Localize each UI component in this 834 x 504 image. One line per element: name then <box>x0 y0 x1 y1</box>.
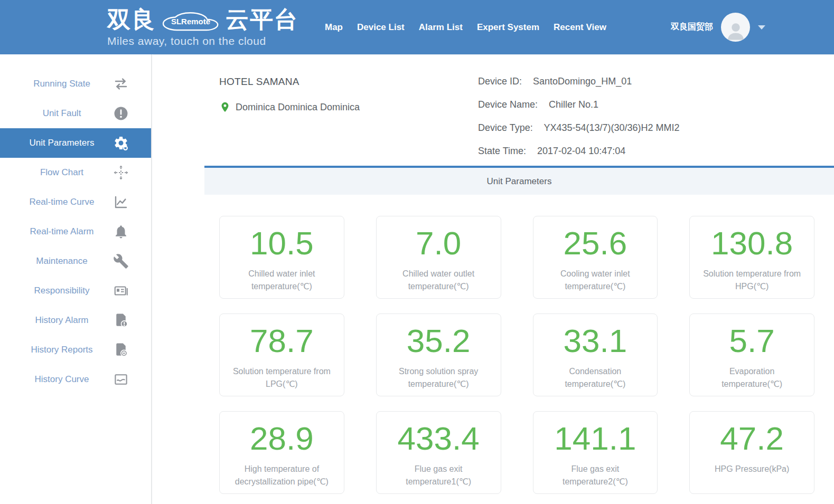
sidebar-item-running-state[interactable]: Running State <box>0 69 151 99</box>
parameter-value: 25.6 <box>533 223 658 264</box>
parameter-label: High temperature of decrystallization pi… <box>230 463 333 488</box>
sidebar-item-flow-chart[interactable]: Flow Chart <box>0 158 151 187</box>
sidebar-item-maintenance[interactable]: Maintenance <box>0 246 151 276</box>
parameter-label: HPG Pressure(kPa) <box>700 463 803 476</box>
sidebar-item-history-alarm[interactable]: History Alarm <box>0 306 151 335</box>
sidebar-item-responsibility[interactable]: Responsibility <box>0 276 151 306</box>
parameter-card-strong-solution-spray-temperature: 35.2 Strong solution spray temperature(℃… <box>376 313 501 396</box>
site-location: Dominica Dominica Dominica <box>236 102 360 113</box>
avatar[interactable] <box>721 13 750 42</box>
gear-icon <box>111 133 131 153</box>
parameter-value: 7.0 <box>377 223 501 264</box>
location-pin-icon <box>219 101 231 113</box>
nav-item-expert-system[interactable]: Expert System <box>477 22 539 33</box>
device-info-value: Chiller No.1 <box>549 99 598 110</box>
logo-text-right: 云平台 <box>226 8 298 31</box>
parameter-card-flue-gas-exit-temperature2: 141.1 Flue gas exit temperature2(℃) <box>533 411 658 494</box>
sidebar-item-label: History Alarm <box>15 315 109 326</box>
parameter-label: Chilled water outlet temperature(℃) <box>387 268 490 293</box>
parameter-value: 35.2 <box>377 320 501 362</box>
user-menu[interactable]: 双良国贸部 <box>671 13 765 42</box>
parameter-value: 33.1 <box>533 320 658 362</box>
device-info-row-state-time: State Time: 2017-02-04 10:47:04 <box>478 146 680 157</box>
user-name: 双良国贸部 <box>671 22 713 33</box>
device-info-value: 2017-02-04 10:47:04 <box>537 146 625 156</box>
parameter-card-flue-gas-exit-temperature1: 433.4 Flue gas exit temperature1(℃) <box>376 411 501 494</box>
person-icon <box>725 20 747 42</box>
content: HOTEL SAMANA Dominica Dominica Dominica … <box>153 54 834 504</box>
parameter-card-chilled-water-inlet-temperature: 10.5 Chilled water inlet temperature(℃) <box>219 216 344 299</box>
line-chart-icon <box>111 192 131 212</box>
brand: 双良 SLRemote 云平台 Miles away, touch on the… <box>107 7 298 47</box>
brand-tagline: Miles away, touch on the cloud <box>107 35 298 47</box>
parameter-value: 78.7 <box>220 320 344 362</box>
bell-icon <box>111 222 131 242</box>
parameter-card-evaporation-temperature: 5.7 Evaporation temperature(℃) <box>689 313 814 396</box>
parameter-value: 433.4 <box>377 418 501 459</box>
device-info-label: Device Name: <box>478 99 538 110</box>
sidebar-item-label: Flow Chart <box>15 167 109 178</box>
file-report-icon <box>111 340 131 360</box>
sidebar-item-history-curve[interactable]: History Curve <box>0 365 151 394</box>
parameter-value: 47.2 <box>690 418 814 459</box>
nav-item-recent-view[interactable]: Recent View <box>554 22 606 33</box>
move-cross-icon <box>111 163 131 183</box>
parameter-label: Cooling water inlet temperature(℃) <box>543 268 646 293</box>
sidebar-item-label: Unit Parameters <box>15 138 109 148</box>
device-info-value: YX435-54(13/7)(30/36)H2 MMI2 <box>543 122 679 133</box>
sidebar-item-label: Real-time Alarm <box>15 226 109 237</box>
sidebar-item-label: History Reports <box>15 345 109 355</box>
svg-text:SLRemote: SLRemote <box>171 17 210 26</box>
parameter-label: Condensation temperature(℃) <box>543 365 646 391</box>
device-info-value: SantoDomingo_HM_01 <box>533 76 632 87</box>
device-info-row-device-type: Device Type: YX435-54(13/7)(30/36)H2 MMI… <box>478 122 680 134</box>
device-info: Device ID: SantoDomingo_HM_01 Device Nam… <box>478 76 680 169</box>
parameter-value: 28.9 <box>220 418 344 459</box>
sidebar-item-real-time-alarm[interactable]: Real-time Alarm <box>0 217 151 246</box>
sidebar-item-real-time-curve[interactable]: Real-time Curve <box>0 187 151 217</box>
parameter-card-solution-temperature-from-hpg: 130.8 Solution temperature from HPG(℃) <box>689 216 814 299</box>
parameter-card-chilled-water-outlet-temperature: 7.0 Chilled water outlet temperature(℃) <box>376 216 501 299</box>
sidebar-item-label: Running State <box>15 79 109 89</box>
device-info-label: Device Type: <box>478 122 533 133</box>
nav-item-map[interactable]: Map <box>325 22 343 33</box>
logo-text-left: 双良 <box>107 8 156 31</box>
site-info: HOTEL SAMANA Dominica Dominica Dominica <box>219 76 360 113</box>
device-info-label: State Time: <box>478 146 526 156</box>
main-nav: Map Device List Alarm List Expert System… <box>325 22 606 33</box>
parameter-label: Flue gas exit temperature2(℃) <box>543 463 646 488</box>
parameter-card-condensation-temperature: 33.1 Condensation temperature(℃) <box>533 313 658 396</box>
parameter-value: 5.7 <box>690 320 814 362</box>
id-card-icon <box>111 281 131 301</box>
sidebar: Running State Unit Fault Unit Parameters… <box>0 54 152 504</box>
sidebar-item-history-reports[interactable]: History Reports <box>0 335 151 365</box>
site-name: HOTEL SAMANA <box>219 76 360 88</box>
sidebar-item-unit-parameters[interactable]: Unit Parameters <box>0 128 151 158</box>
parameter-card-cooling-water-inlet-temperature: 25.6 Cooling water inlet temperature(℃) <box>533 216 658 299</box>
sidebar-item-label: Unit Fault <box>15 108 109 119</box>
parameter-card-solution-temperature-from-lpg: 78.7 Solution temperature from LPG(℃) <box>219 313 344 396</box>
top-header: 双良 SLRemote 云平台 Miles away, touch on the… <box>0 0 834 54</box>
nav-item-alarm-list[interactable]: Alarm List <box>419 22 463 33</box>
sidebar-item-label: History Curve <box>15 374 109 385</box>
sidebar-item-label: Responsibility <box>15 286 109 296</box>
nav-item-device-list[interactable]: Device List <box>357 22 405 33</box>
sidebar-item-label: Real-time Curve <box>15 197 109 207</box>
section-title: Unit Parameters <box>487 176 552 187</box>
alert-circle-icon <box>111 103 131 123</box>
parameter-label: Solution temperature from HPG(℃) <box>700 268 803 293</box>
parameter-grid: 10.5 Chilled water inlet temperature(℃) … <box>219 216 814 494</box>
swap-arrows-icon <box>111 74 131 94</box>
parameter-value: 141.1 <box>533 418 658 459</box>
device-info-row-device-id: Device ID: SantoDomingo_HM_01 <box>478 76 680 87</box>
parameter-label: Evaporation temperature(℃) <box>700 365 803 391</box>
slremote-cloud-logo-icon: SLRemote <box>161 7 220 32</box>
parameter-value: 10.5 <box>220 223 344 264</box>
parameter-value: 130.8 <box>690 223 814 264</box>
sidebar-item-unit-fault[interactable]: Unit Fault <box>0 99 151 128</box>
device-info-row-device-name: Device Name: Chiller No.1 <box>478 99 680 110</box>
curve-box-icon <box>111 369 131 389</box>
chevron-down-icon[interactable] <box>758 25 765 30</box>
parameter-card-hpg-pressure-kpa: 47.2 HPG Pressure(kPa) <box>689 411 814 494</box>
parameter-card-high-temperature-of-decrystallization-pipe: 28.9 High temperature of decrystallizati… <box>219 411 344 494</box>
